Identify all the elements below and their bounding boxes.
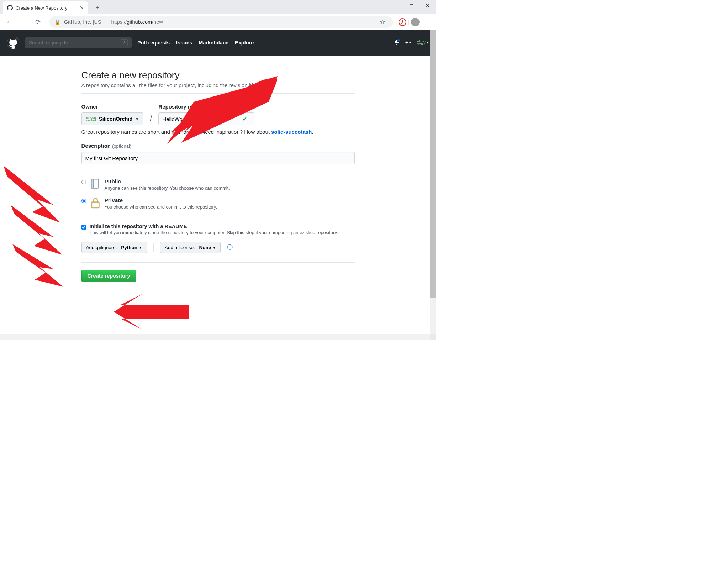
- caret-down-icon: ▼: [139, 246, 142, 249]
- browser-menu-button[interactable]: ⋮: [421, 18, 433, 26]
- secure-org: GitHub, Inc. [US]: [64, 19, 103, 25]
- owner-avatar-icon: siliconorchid: [86, 116, 96, 122]
- readme-checkbox[interactable]: [81, 225, 86, 230]
- svg-marker-12: [4, 166, 60, 223]
- vertical-scrollbar[interactable]: [430, 30, 436, 334]
- search-box[interactable]: /: [25, 37, 132, 48]
- owner-value: SiliconOrchid: [99, 116, 132, 122]
- public-desc: Anyone can see this repository. You choo…: [105, 185, 230, 191]
- bookmark-star-icon[interactable]: ☆: [377, 16, 388, 28]
- browser-tab-bar: Create a New Repository ✕ +: [0, 0, 436, 14]
- license-select-button[interactable]: Add a license: None ▼: [160, 242, 221, 253]
- create-menu-button[interactable]: +▾: [405, 40, 411, 46]
- lock-icon: 🔒: [54, 19, 60, 25]
- reload-button[interactable]: ⟳: [31, 16, 44, 28]
- nav-marketplace[interactable]: Marketplace: [199, 40, 228, 46]
- svg-rect-3: [91, 179, 93, 188]
- new-tab-button[interactable]: +: [93, 3, 102, 13]
- dropdown-separator: [153, 243, 154, 252]
- primary-nav: Pull requests Issues Marketplace Explore: [137, 40, 254, 46]
- url-scheme: https://: [111, 19, 127, 25]
- close-tab-icon[interactable]: ✕: [80, 5, 84, 11]
- notifications-bell-icon[interactable]: [394, 39, 400, 46]
- notification-dot: [397, 38, 400, 42]
- private-radio[interactable]: [81, 199, 86, 203]
- repo-public-icon: [90, 178, 100, 190]
- tab-title: Create a New Repository: [16, 5, 77, 11]
- description-label: Description: [81, 143, 111, 149]
- caret-down-icon: ▼: [212, 246, 216, 249]
- horizontal-scrollbar[interactable]: [0, 334, 430, 340]
- info-icon[interactable]: ⓘ: [227, 244, 233, 251]
- description-input[interactable]: [81, 152, 355, 164]
- check-valid-icon: ✓: [242, 115, 248, 123]
- back-button[interactable]: ←: [3, 16, 16, 28]
- private-title: Private: [105, 197, 217, 204]
- minimize-button[interactable]: —: [387, 0, 403, 11]
- window-controls: — ▢ ✕: [387, 0, 436, 11]
- svg-marker-14: [12, 244, 63, 287]
- private-desc: You choose who can see and commit to thi…: [105, 204, 217, 210]
- svg-marker-13: [11, 205, 62, 255]
- page-title: Create a new repository: [81, 70, 355, 81]
- lock-icon: [90, 197, 100, 209]
- browser-toolbar: ← → ⟳ 🔒 GitHub, Inc. [US] | https://gith…: [0, 14, 436, 30]
- owner-select-button[interactable]: siliconorchid SiliconOrchid ▼: [81, 112, 144, 125]
- create-repository-button[interactable]: Create repository: [81, 270, 136, 282]
- gitignore-select-button[interactable]: Add .gitignore: Python ▼: [81, 242, 147, 253]
- page-subhead: A repository contains all the files for …: [81, 82, 355, 88]
- forward-button[interactable]: →: [17, 16, 30, 28]
- name-hint: Great repository names are short and mem…: [81, 129, 355, 135]
- search-input[interactable]: [29, 40, 121, 46]
- caret-down-icon: ▼: [135, 117, 139, 121]
- github-header: / Pull requests Issues Marketplace Explo…: [0, 30, 436, 56]
- svg-marker-15: [114, 294, 189, 330]
- readme-title: Initialize this repository with a README: [90, 223, 338, 229]
- extension-icon[interactable]: [398, 18, 407, 26]
- url-domain: github.com: [127, 19, 152, 25]
- github-logo-icon[interactable]: [7, 37, 19, 49]
- public-title: Public: [105, 178, 230, 185]
- maximize-button[interactable]: ▢: [403, 0, 420, 11]
- owner-label: Owner: [81, 104, 144, 110]
- browser-tab[interactable]: Create a New Repository ✕: [3, 1, 88, 14]
- address-separator: |: [106, 19, 108, 25]
- public-radio[interactable]: [81, 180, 86, 184]
- repo-name-label: Repository name *: [158, 104, 248, 110]
- description-optional: (optional): [112, 143, 131, 149]
- user-avatar-icon: siliconorchid: [417, 40, 426, 46]
- divider: [81, 93, 355, 94]
- address-bar[interactable]: 🔒 GitHub, Inc. [US] | https://github.com…: [49, 16, 393, 28]
- github-favicon-icon: [7, 5, 13, 11]
- profile-avatar-icon[interactable]: [411, 18, 420, 26]
- nav-pull-requests[interactable]: Pull requests: [137, 40, 170, 46]
- user-menu-button[interactable]: siliconorchid ▾: [417, 40, 429, 46]
- nav-explore[interactable]: Explore: [235, 40, 254, 46]
- nav-issues[interactable]: Issues: [176, 40, 192, 46]
- page-viewport: Create a new repository A repository con…: [0, 56, 436, 340]
- name-suggestion-link[interactable]: solid-succotash: [271, 129, 312, 135]
- url-path: /new: [152, 19, 163, 25]
- readme-desc: This will let you immediately clone the …: [90, 230, 338, 235]
- owner-repo-separator: /: [150, 114, 152, 123]
- slash-shortcut-icon: /: [121, 39, 128, 46]
- svg-rect-4: [91, 202, 99, 208]
- repo-name-input[interactable]: [158, 112, 254, 125]
- close-window-button[interactable]: ✕: [420, 0, 436, 11]
